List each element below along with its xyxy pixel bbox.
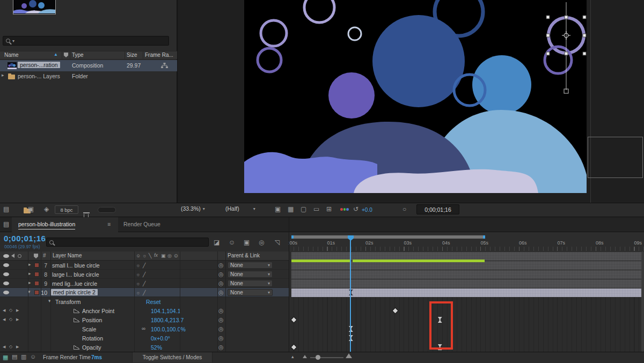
composition-canvas[interactable] bbox=[244, 0, 587, 193]
draft-3d-icon[interactable]: ◪ bbox=[214, 239, 219, 246]
new-composition-icon[interactable]: ▣ bbox=[28, 206, 34, 212]
next-keyframe-button[interactable]: ▶ bbox=[16, 345, 19, 349]
search-options-icon[interactable]: ▾ bbox=[12, 39, 14, 43]
reset-exposure-icon[interactable]: ↺ bbox=[353, 206, 358, 212]
graph-toggle-icon[interactable] bbox=[74, 318, 79, 322]
property-pickwhip-icon[interactable]: ◎ bbox=[218, 325, 224, 332]
property-row-rotation[interactable] bbox=[0, 334, 289, 343]
next-keyframe-button[interactable]: ▶ bbox=[16, 317, 19, 322]
layer-expander[interactable]: ▸ bbox=[28, 262, 31, 267]
magnification-value[interactable]: (33.3%) bbox=[181, 205, 201, 212]
layer-visibility-toggle[interactable] bbox=[3, 272, 9, 276]
constrain-proportions-icon[interactable]: ∞ bbox=[142, 325, 145, 331]
work-area-bar[interactable] bbox=[291, 235, 485, 239]
property-row-anchor-point[interactable] bbox=[0, 306, 289, 315]
column-name[interactable]: Name bbox=[4, 52, 19, 58]
project-item-name[interactable]: person-...ration bbox=[18, 62, 60, 68]
zoom-slider-handle[interactable] bbox=[316, 355, 320, 360]
mask-visibility-icon[interactable]: ▢ bbox=[301, 206, 306, 212]
project-settings-icon[interactable]: ◈ bbox=[44, 206, 49, 212]
project-search-input[interactable]: ▾ bbox=[3, 36, 169, 46]
exposure-value[interactable]: +0.0 bbox=[362, 207, 372, 213]
property-name[interactable]: Position bbox=[82, 317, 102, 323]
keyframe-diamond[interactable] bbox=[291, 317, 297, 323]
prev-keyframe-button[interactable]: ◀ bbox=[3, 345, 5, 349]
parent-pickwhip-icon[interactable]: ◎ bbox=[218, 271, 224, 278]
layer-name-column-header[interactable]: Layer Name bbox=[53, 253, 82, 258]
project-item-name[interactable]: person-... Layers bbox=[18, 73, 60, 79]
flowchart-button[interactable] bbox=[98, 207, 116, 213]
property-pickwhip-icon[interactable]: ◎ bbox=[218, 316, 224, 323]
property-pickwhip-icon[interactable]: ◎ bbox=[218, 344, 224, 351]
transform-group-label[interactable]: Transform bbox=[55, 299, 80, 305]
quality-switch[interactable]: ╱ bbox=[143, 281, 145, 286]
render-time-pane-icon[interactable]: ☺ bbox=[30, 354, 36, 360]
layer-expander[interactable]: ▸ bbox=[28, 280, 31, 285]
quality-switch[interactable]: ╱ bbox=[143, 290, 145, 295]
parent-pickwhip-icon[interactable]: ◎ bbox=[218, 280, 224, 287]
property-pickwhip-icon[interactable]: ◎ bbox=[218, 335, 224, 342]
quality-switch[interactable]: ╱ bbox=[143, 263, 145, 268]
layer-name[interactable]: med pink circle 2 bbox=[51, 289, 98, 295]
parent-select[interactable]: None▾ bbox=[228, 271, 273, 278]
collapse-switch[interactable]: ☼ bbox=[136, 290, 140, 295]
sort-asc-icon[interactable]: ▲ bbox=[54, 52, 58, 57]
add-keyframe-button[interactable]: ◇ bbox=[9, 344, 12, 349]
add-keyframe-button[interactable]: ◇ bbox=[9, 317, 12, 322]
column-size[interactable]: Size bbox=[127, 52, 137, 58]
prev-keyframe-button[interactable]: ◀ bbox=[3, 317, 5, 322]
frame-blend-icon[interactable]: ▣ bbox=[244, 239, 250, 246]
graph-toggle-icon[interactable] bbox=[74, 309, 79, 313]
resolution-select[interactable]: (Half) ▾ bbox=[225, 205, 255, 212]
keyframe-diamond[interactable] bbox=[291, 345, 297, 350]
parent-pickwhip-icon[interactable]: ◎ bbox=[218, 262, 224, 269]
graph-editor-icon[interactable]: ◹ bbox=[275, 239, 280, 246]
inout-duration-pane-icon[interactable]: ▥ bbox=[21, 354, 26, 360]
timeline-panel-icon[interactable]: ▤ bbox=[3, 221, 9, 227]
tab-render-queue[interactable]: Render Queue bbox=[123, 221, 160, 227]
property-name[interactable]: Anchor Point bbox=[82, 308, 114, 314]
property-pickwhip-icon[interactable]: ◎ bbox=[218, 307, 224, 314]
property-name[interactable]: Scale bbox=[82, 326, 96, 332]
grid-guides-icon[interactable]: ▣ bbox=[275, 206, 281, 212]
viewer-timecode[interactable]: 0;00;01;16 bbox=[416, 204, 459, 214]
keyframe-track-layer10[interactable] bbox=[289, 288, 644, 297]
timeline-search-input[interactable] bbox=[46, 238, 209, 247]
graph-toggle-icon[interactable] bbox=[74, 345, 79, 350]
property-value[interactable]: 52% bbox=[151, 344, 162, 351]
playhead-line[interactable] bbox=[350, 235, 351, 352]
hide-shy-icon[interactable]: ☺ bbox=[229, 239, 235, 246]
layer-name[interactable]: small l... blue circle bbox=[52, 262, 100, 269]
bit-depth-button[interactable]: 8 bpc bbox=[55, 205, 78, 214]
switches-pane-icon[interactable]: ▦ bbox=[3, 354, 8, 361]
layer-duration-bar[interactable] bbox=[291, 279, 642, 288]
property-value[interactable]: 104.1,104.1 bbox=[151, 308, 180, 314]
property-name[interactable]: Opacity bbox=[82, 344, 101, 351]
transform-group-row[interactable] bbox=[0, 297, 289, 306]
keyframe-diamond[interactable] bbox=[393, 308, 398, 314]
transform-reset-link[interactable]: Reset bbox=[146, 299, 160, 305]
keyframe-track-rotation[interactable] bbox=[289, 334, 644, 343]
add-keyframe-button[interactable]: ◇ bbox=[9, 308, 12, 313]
color-management-icon[interactable] bbox=[340, 208, 349, 211]
region-of-interest-icon[interactable]: ▭ bbox=[313, 206, 319, 212]
property-row-position[interactable] bbox=[0, 315, 289, 324]
footage-panel-icon[interactable]: ▤ bbox=[3, 206, 9, 212]
tab-menu-icon[interactable]: ≡ bbox=[107, 221, 111, 227]
collapse-switch[interactable]: ☼ bbox=[136, 272, 140, 277]
folder-expander-icon[interactable]: ▸ bbox=[2, 72, 4, 78]
property-value[interactable]: 1800.4,213.7 bbox=[151, 317, 184, 323]
layer-visibility-toggle[interactable] bbox=[3, 291, 9, 294]
transparency-grid-icon[interactable]: ▦ bbox=[288, 206, 294, 212]
column-frame-rate[interactable]: Frame Ra... bbox=[145, 52, 173, 58]
parent-select[interactable]: None▾ bbox=[228, 280, 273, 287]
prev-keyframe-button[interactable]: ◀ bbox=[3, 308, 5, 313]
collapse-switch[interactable]: ☼ bbox=[136, 281, 140, 286]
property-value[interactable]: 100.0,100.0% bbox=[151, 326, 186, 332]
show-snapshot-icon[interactable]: ○ bbox=[402, 206, 406, 212]
property-name[interactable]: Rotation bbox=[82, 335, 103, 342]
motion-blur-icon[interactable]: ◎ bbox=[259, 239, 264, 246]
layer-duration-bar[interactable] bbox=[291, 261, 642, 270]
work-area-start-handle[interactable] bbox=[291, 235, 294, 239]
collapse-switch[interactable]: ☼ bbox=[136, 263, 140, 268]
